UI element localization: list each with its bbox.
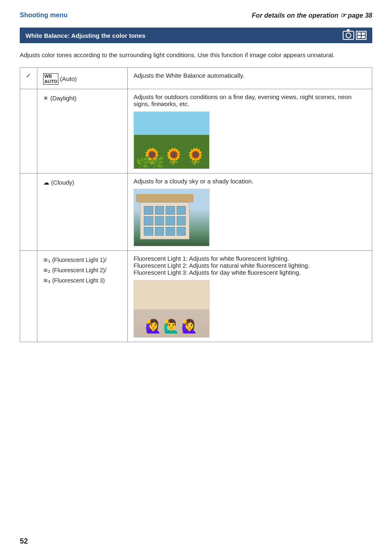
mode-cell: ✳ (Daylight) — [37, 89, 128, 173]
camera-icon — [343, 31, 354, 40]
check-mark: ✓ — [20, 67, 37, 89]
daylight-image — [134, 111, 210, 169]
building-roof — [136, 194, 194, 202]
building-scene — [134, 189, 210, 246]
white-balance-table: ✓ WBAUTO (Auto) Adjusts the White Balanc… — [20, 67, 372, 342]
check-empty — [20, 89, 37, 173]
wb-auto-icon: WBAUTO (Auto) — [43, 72, 77, 79]
section-description: Adjusts color tones according to the sur… — [20, 51, 372, 60]
mode-cell: ≋₁ (Fluorescent Light 1)/ ≋₂ (Fluorescen… — [37, 250, 128, 342]
section-title: White Balance: Adjusting the color tones — [25, 32, 145, 39]
people-scene — [134, 280, 210, 338]
description-cell: Fluorescent Light 1: Adjusts for white f… — [128, 250, 372, 342]
shooting-menu-label: Shooting menu — [20, 12, 67, 19]
mode-cell: ☁ (Cloudy) — [37, 173, 128, 250]
table-row: ✳ (Daylight) Adjusts for outdoors condit… — [20, 89, 372, 173]
check-empty — [20, 250, 37, 342]
building-body — [140, 202, 189, 239]
table-row: ✓ WBAUTO (Auto) Adjusts the White Balanc… — [20, 67, 372, 89]
description-cell: Adjusts the White Balance automatically. — [128, 67, 372, 89]
description-cell: Adjusts for a cloudy sky or a shady loca… — [128, 173, 372, 250]
building-windows — [141, 203, 189, 239]
check-empty — [20, 173, 37, 250]
grid-icon — [356, 31, 367, 40]
table-row: ☁ (Cloudy) Adjusts for a cloudy sky or a… — [20, 173, 372, 250]
section-header: White Balance: Adjusting the color tones — [20, 28, 372, 43]
page-number: 52 — [20, 537, 28, 546]
fluorescent-image — [134, 280, 210, 338]
table-row: ≋₁ (Fluorescent Light 1)/ ≋₂ (Fluorescen… — [20, 250, 372, 342]
description-cell: Adjusts for outdoors conditions on a fin… — [128, 89, 372, 173]
page-header: Shooting menu For details on the operati… — [0, 0, 392, 28]
sunflower-scene — [134, 112, 210, 169]
mode-cell: WBAUTO (Auto) — [37, 67, 128, 89]
operation-ref-label: For details on the operation ☞ page 38 — [252, 12, 372, 19]
section-icons — [343, 31, 367, 40]
cloudy-image — [134, 189, 210, 246]
